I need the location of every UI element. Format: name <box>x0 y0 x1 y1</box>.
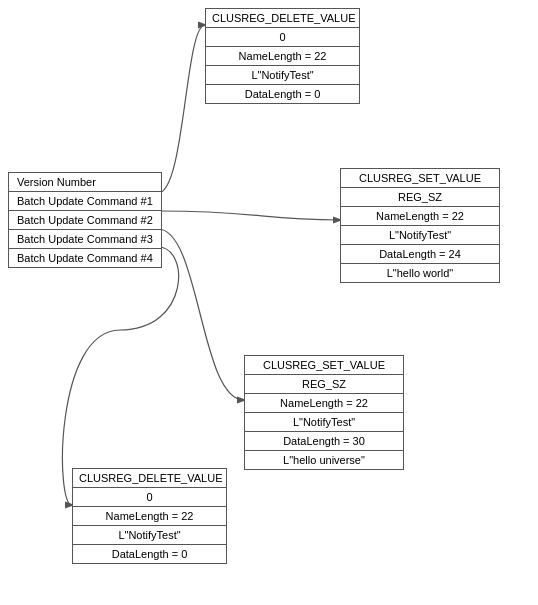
box4-row0: 0 <box>73 488 226 507</box>
box2-row2: L"NotifyTest" <box>341 226 499 245</box>
list-item-cmd1: Batch Update Command #1 <box>9 192 161 211</box>
box-clusreg-delete-2: CLUSREG_DELETE_VALUE 0 NameLength = 22 L… <box>72 468 227 564</box>
box2-row0: REG_SZ <box>341 188 499 207</box>
box4-row1: NameLength = 22 <box>73 507 226 526</box>
box2-title: CLUSREG_SET_VALUE <box>341 169 499 188</box>
box4-row3: DataLength = 0 <box>73 545 226 563</box>
box1-row3: DataLength = 0 <box>206 85 359 103</box>
list-item-cmd3: Batch Update Command #3 <box>9 230 161 249</box>
box4-row2: L"NotifyTest" <box>73 526 226 545</box>
box1-row1: NameLength = 22 <box>206 47 359 66</box>
box3-row2: L"NotifyTest" <box>245 413 403 432</box>
box3-row4: L"hello universe" <box>245 451 403 469</box>
list-item-cmd4: Batch Update Command #4 <box>9 249 161 267</box>
box3-row0: REG_SZ <box>245 375 403 394</box>
box3-row1: NameLength = 22 <box>245 394 403 413</box>
left-list: Version Number Batch Update Command #1 B… <box>8 172 162 268</box>
diagram: Version Number Batch Update Command #1 B… <box>0 0 538 605</box>
box-clusreg-set-2: CLUSREG_SET_VALUE REG_SZ NameLength = 22… <box>244 355 404 470</box>
list-item-version: Version Number <box>9 173 161 192</box>
box2-row4: L"hello world" <box>341 264 499 282</box>
box3-title: CLUSREG_SET_VALUE <box>245 356 403 375</box>
box2-row3: DataLength = 24 <box>341 245 499 264</box>
box3-row3: DataLength = 30 <box>245 432 403 451</box>
box1-title: CLUSREG_DELETE_VALUE <box>206 9 359 28</box>
box-clusreg-delete-1: CLUSREG_DELETE_VALUE 0 NameLength = 22 L… <box>205 8 360 104</box>
box2-row1: NameLength = 22 <box>341 207 499 226</box>
box4-title: CLUSREG_DELETE_VALUE <box>73 469 226 488</box>
box1-row0: 0 <box>206 28 359 47</box>
list-item-cmd2: Batch Update Command #2 <box>9 211 161 230</box>
box-clusreg-set-1: CLUSREG_SET_VALUE REG_SZ NameLength = 22… <box>340 168 500 283</box>
box1-row2: L"NotifyTest" <box>206 66 359 85</box>
